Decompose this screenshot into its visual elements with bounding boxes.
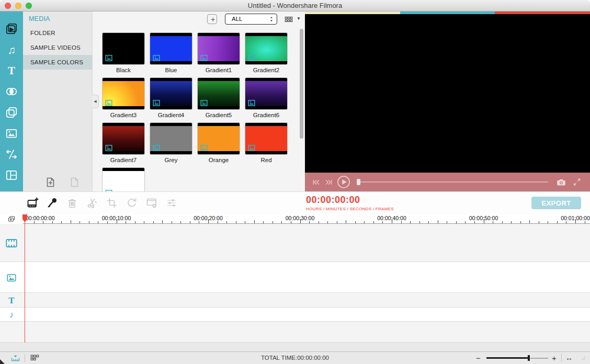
ruler-tick <box>236 221 236 223</box>
library-item-grey[interactable]: Grey <box>150 122 192 167</box>
export-button[interactable]: EXPORT <box>531 197 581 209</box>
thumbnail[interactable] <box>150 32 192 65</box>
timeline-ruler[interactable]: 00:00:00:0000:00:10:0000:00:20:0000:00:3… <box>23 214 590 224</box>
title-bar[interactable]: Untitled - Wondershare Filmora <box>0 0 590 12</box>
thumbnail[interactable] <box>150 122 192 155</box>
library-item-label: Gradient2 <box>245 65 288 73</box>
sidebar-item-filters[interactable] <box>4 105 19 120</box>
library-item-gradient1[interactable]: Gradient1 <box>197 32 240 77</box>
panel-collapse-handle[interactable]: ◀ <box>92 95 99 108</box>
sidebar-item-media[interactable] <box>4 21 19 36</box>
seek-handle[interactable] <box>357 179 360 185</box>
transitions-icon <box>5 85 18 98</box>
thumbnail[interactable] <box>102 167 145 191</box>
library-item-label: Gradient4 <box>150 110 192 118</box>
sidebar-item-music[interactable]: ♫ <box>4 42 19 57</box>
image-badge-icon <box>105 99 113 107</box>
zoom-out-button[interactable]: − <box>476 352 481 364</box>
playhead-line <box>25 221 26 343</box>
ruler-tick <box>539 221 539 223</box>
ruler-tick <box>144 221 144 223</box>
library-item-gradient6[interactable]: Gradient6 <box>245 77 288 122</box>
thumbnail[interactable] <box>102 122 145 155</box>
thumbnail[interactable] <box>245 77 288 110</box>
ruler-tick <box>71 220 71 223</box>
library-item-gradient3[interactable]: Gradient3 <box>102 77 145 122</box>
resize-grip-icon[interactable] <box>579 354 587 362</box>
library-item-gradient7[interactable]: Gradient7 <box>102 122 145 167</box>
video-track[interactable] <box>0 224 590 262</box>
overlay-track[interactable] <box>0 262 590 293</box>
extra-track[interactable] <box>0 322 590 343</box>
thumbnail[interactable] <box>197 77 240 110</box>
ruler-tick <box>327 221 328 223</box>
ruler-tick <box>281 221 282 223</box>
split-icon <box>86 197 98 209</box>
fullscreen-icon[interactable] <box>572 177 582 187</box>
thumbnail[interactable] <box>197 122 240 155</box>
thumbnail[interactable] <box>102 32 145 65</box>
play-icon[interactable] <box>337 175 350 189</box>
timeline-zoom-slider[interactable] <box>486 357 548 359</box>
thumbnail[interactable] <box>245 32 288 65</box>
library-item-gradient4[interactable]: Gradient4 <box>150 77 192 122</box>
filter-dropdown[interactable]: ALL <box>225 14 277 25</box>
thumbnail[interactable] <box>245 122 288 155</box>
thumbnail[interactable] <box>150 77 192 110</box>
fit-timeline-icon[interactable]: ↔ <box>565 352 573 364</box>
sidebar-item-split[interactable] <box>4 147 19 162</box>
skip-to-end-icon[interactable] <box>324 177 334 187</box>
library-item-red[interactable]: Red <box>245 122 288 167</box>
slider-handle[interactable] <box>528 355 530 361</box>
library-scrollbar[interactable] <box>300 29 303 139</box>
grid-view-icon[interactable] <box>283 15 294 24</box>
library-item-blue[interactable]: Blue <box>150 32 192 77</box>
ruler-tick <box>309 221 310 223</box>
ruler-tick <box>34 221 35 223</box>
manage-tracks-icon[interactable] <box>6 215 17 223</box>
filmora-window: Untitled - Wondershare Filmora ♫T MEDIA … <box>0 0 590 364</box>
library-item-gradient5[interactable]: Gradient5 <box>197 77 240 122</box>
menu-item-sample-colors[interactable]: SAMPLE COLORS <box>23 55 92 70</box>
playhead[interactable] <box>22 214 27 344</box>
record-voiceover-icon[interactable] <box>46 197 59 209</box>
image-badge-icon <box>152 99 161 107</box>
sidebar-item-split-screen[interactable] <box>4 168 19 183</box>
image-badge-icon <box>152 54 161 62</box>
ruler-tick <box>474 221 475 223</box>
caret-down-icon[interactable]: ▼ <box>297 16 301 21</box>
thumbnail[interactable] <box>102 77 145 110</box>
ruler-tick <box>585 221 585 223</box>
menu-item-folder[interactable]: FOLDER <box>23 26 92 40</box>
zoom-in-button[interactable]: + <box>552 352 557 364</box>
ruler-tick <box>337 221 337 223</box>
stepper-icon <box>268 15 275 24</box>
add-file-icon[interactable] <box>44 176 57 188</box>
image-badge-icon <box>152 144 161 152</box>
image-badge-icon <box>105 54 113 62</box>
sidebar-item-elements[interactable] <box>4 126 19 141</box>
library-item[interactable] <box>102 167 145 191</box>
text-track[interactable] <box>0 293 590 308</box>
library-item-black[interactable]: Black <box>102 32 145 77</box>
add-media-icon[interactable] <box>26 197 39 209</box>
thumbnail[interactable] <box>197 32 240 65</box>
skip-to-start-icon[interactable] <box>311 177 321 187</box>
sidebar-item-transitions[interactable] <box>4 84 19 99</box>
media-library-panel: + ALL ▼ BlackBlueGradient1Gradient2Gradi… <box>93 12 305 191</box>
ruler-tick <box>107 221 108 223</box>
menu-item-sample-videos[interactable]: SAMPLE VIDEOS <box>23 40 92 55</box>
add-media-button[interactable]: + <box>207 14 217 24</box>
file-icon[interactable] <box>69 176 81 188</box>
ruler-tick <box>319 221 319 223</box>
ruler-tick <box>511 221 512 223</box>
snapshot-icon[interactable] <box>555 177 567 187</box>
sidebar-item-titles[interactable]: T <box>4 63 19 78</box>
library-item-label: Gradient7 <box>102 155 145 163</box>
ruler-label: 00:00:50:00 <box>469 215 498 221</box>
music-track[interactable] <box>0 308 590 322</box>
library-item-gradient2[interactable]: Gradient2 <box>245 32 288 77</box>
seek-slider[interactable] <box>357 181 548 183</box>
library-item-orange[interactable]: Orange <box>197 122 240 167</box>
library-item-label: Gradient1 <box>197 65 240 73</box>
